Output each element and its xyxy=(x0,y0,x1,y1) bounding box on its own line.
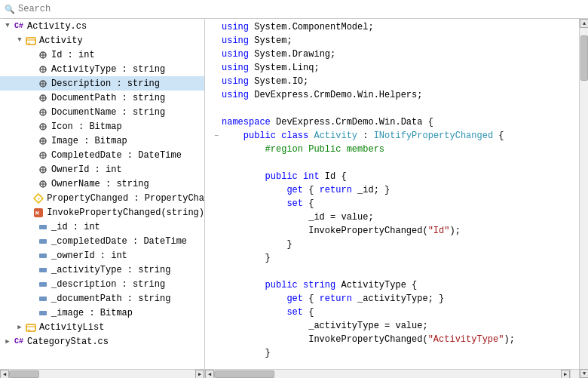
tree-item-field-activitytype[interactable]: _activityType : string xyxy=(0,263,204,277)
tree-item-ownerid[interactable]: OwnerId : int xyxy=(0,162,204,177)
tree-item-field-description[interactable]: _description : string xyxy=(0,277,204,291)
code-line: using System.Linq; xyxy=(205,61,579,75)
tree-item-documentpath[interactable]: DocumentPath : string xyxy=(0,91,204,105)
search-bar: 🔍 xyxy=(0,0,588,19)
node-label: _id : int xyxy=(51,222,100,232)
code-line xyxy=(205,102,579,115)
right-panel: using System.ComponentModel;using System… xyxy=(205,19,579,378)
left-panel: ▼C#Activity.cs▼⊕ActivityId : intActivity… xyxy=(0,19,205,378)
node-label: DocumentName : string xyxy=(51,107,165,118)
code-line: InvokePropertyChanged("ActivityType"); xyxy=(205,333,579,346)
node-label: OwnerId : int xyxy=(51,164,122,175)
svg-rect-41 xyxy=(39,282,47,287)
node-icon xyxy=(37,178,49,190)
code-scroll-left[interactable]: ◀ xyxy=(205,370,214,378)
tree-item-id[interactable]: Id : int xyxy=(0,48,204,62)
search-icon: 🔍 xyxy=(5,5,15,14)
code-line: _activityType = value; xyxy=(205,319,579,333)
node-label: InvokePropertyChanged(string) xyxy=(47,207,204,218)
tree-item-activitylist[interactable]: ▶⊕ActivityList xyxy=(0,320,204,334)
node-label: Activity xyxy=(39,35,83,46)
node-icon: C# xyxy=(13,336,25,348)
left-panel-hscroll[interactable]: ◀ ▶ xyxy=(0,369,204,378)
node-icon xyxy=(37,63,49,75)
node-icon xyxy=(37,307,49,319)
code-text: using System; xyxy=(222,35,579,46)
code-hscroll[interactable]: ◀ ▶ xyxy=(205,369,579,378)
code-editor[interactable]: using System.ComponentModel;using System… xyxy=(205,19,579,369)
tree-item-ownername[interactable]: OwnerName : string xyxy=(0,177,204,191)
tree-item-field-image[interactable]: _image : Bitmap xyxy=(0,306,204,320)
code-scroll-up[interactable]: ▲ xyxy=(580,19,588,28)
svg-rect-40 xyxy=(39,268,47,272)
code-scroll-right[interactable]: ▶ xyxy=(561,370,570,378)
node-label: CategoryStat.cs xyxy=(27,337,109,347)
tree-item-propertychanged[interactable]: ⚡PropertyChanged : PropertyCha xyxy=(0,191,204,205)
node-icon xyxy=(37,121,49,133)
code-text: using System.IO; xyxy=(222,76,579,87)
scroll-right-arrow[interactable]: ▶ xyxy=(195,370,204,378)
code-text: using System.Linq; xyxy=(222,63,579,73)
node-label: Activity.cs xyxy=(27,21,87,32)
code-text: namespace DevExpress.CrmDemo.Win.Data { xyxy=(222,117,579,128)
node-label: Id : int xyxy=(51,50,95,60)
node-icon: ⊕ xyxy=(25,321,37,333)
tree-item-image[interactable]: Image : Bitmap xyxy=(0,134,204,148)
collapse-arrow[interactable]: ▼ xyxy=(3,22,12,31)
code-line: _id = value; xyxy=(205,211,579,224)
node-label: ActivityType : string xyxy=(51,64,165,75)
code-text: set { xyxy=(222,307,579,318)
code-line: namespace DevExpress.CrmDemo.Win.Data { xyxy=(205,115,579,129)
tree-item-field-id[interactable]: _id : int xyxy=(0,220,204,234)
tree-item-field-completeddate[interactable]: _completedDate : DateTime xyxy=(0,234,204,248)
tree-item-csharp-activity[interactable]: ▼C#Activity.cs xyxy=(0,19,204,33)
code-scroll-down[interactable]: ▼ xyxy=(580,369,588,378)
node-icon xyxy=(37,106,49,118)
code-line: get { return _activityType; } xyxy=(205,292,579,306)
node-label: _activityType : string xyxy=(51,265,170,275)
code-line: set { xyxy=(205,306,579,319)
code-line: InvokePropertyChanged("Id"); xyxy=(205,224,579,238)
code-line xyxy=(205,360,579,369)
tree-item-documentname[interactable]: DocumentName : string xyxy=(0,105,204,119)
svg-text:⊕: ⊕ xyxy=(28,328,30,333)
tree-item-icon[interactable]: Icon : Bitmap xyxy=(0,119,204,134)
code-line: using System.Drawing; xyxy=(205,48,579,61)
search-input[interactable] xyxy=(18,4,583,14)
tree-item-csharp-categorystat[interactable]: ▶C#CategoryStat.cs xyxy=(0,334,204,349)
tree-item-activitytype[interactable]: ActivityType : string xyxy=(0,62,204,76)
tree-item-activity-class[interactable]: ▼⊕Activity xyxy=(0,33,204,48)
code-text: } xyxy=(222,239,579,250)
node-icon xyxy=(37,293,49,305)
code-text: public int Id { xyxy=(222,171,579,182)
code-text: using DevExpress.CrmDemo.Win.Helpers; xyxy=(222,90,579,100)
tree-item-description[interactable]: Description : string xyxy=(0,76,204,91)
node-icon xyxy=(37,49,49,61)
code-text: get { return _id; } xyxy=(222,185,579,195)
svg-rect-42 xyxy=(39,297,47,301)
code-line: using System.IO; xyxy=(205,75,579,88)
node-label: _description : string xyxy=(51,279,165,290)
code-vscroll[interactable]: ▲ ▼ xyxy=(579,19,588,378)
tree-item-invokepropertychanged[interactable]: MInvokePropertyChanged(string) xyxy=(0,205,204,220)
code-text: public string ActivityType { xyxy=(222,280,579,290)
expand-arrow[interactable]: ▶ xyxy=(15,323,24,332)
tree-item-field-ownerid[interactable]: _ownerId : int xyxy=(0,248,204,263)
node-icon: M xyxy=(32,207,44,219)
code-text: } xyxy=(222,348,579,358)
node-icon xyxy=(37,278,49,290)
scroll-left-arrow[interactable]: ◀ xyxy=(0,370,9,378)
tree-item-field-documentpath[interactable]: _documentPath : string xyxy=(0,291,204,306)
svg-rect-43 xyxy=(39,311,47,315)
code-text: get { return _activityType; } xyxy=(222,293,579,304)
expand-arrow[interactable]: ▶ xyxy=(3,337,12,346)
code-text: public class Activity : INotifyPropertyC… xyxy=(222,131,579,141)
svg-rect-37 xyxy=(39,225,47,229)
fold-icon[interactable]: − xyxy=(211,132,222,140)
tree-item-completeddate[interactable]: CompletedDate : DateTime xyxy=(0,148,204,162)
node-icon xyxy=(37,164,49,176)
code-text: _id = value; xyxy=(222,212,579,223)
code-line xyxy=(205,156,579,170)
code-text: #region Public members xyxy=(222,144,579,155)
collapse-arrow[interactable]: ▼ xyxy=(15,36,24,45)
